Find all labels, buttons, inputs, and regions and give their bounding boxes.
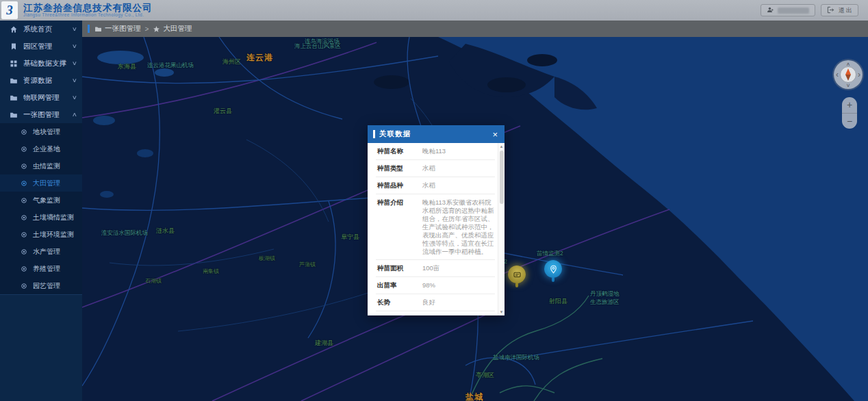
breadcrumb-item-0[interactable]: 一张图管理 [94, 24, 141, 34]
sidebar-subitem[interactable]: 土壤墒情监测 [0, 209, 82, 226]
modal-title: 关联数据 [379, 129, 411, 139]
scroll-up-icon[interactable]: ▲ [500, 143, 504, 150]
leaf-icon [21, 266, 27, 272]
leaf-icon [21, 283, 27, 289]
breadcrumb-label: 一张图管理 [105, 24, 141, 34]
modal-field-row: 种苗类型水稻 [376, 160, 495, 177]
sidebar-subitem-label: 气象监测 [33, 196, 60, 205]
compass-rotate-right[interactable]: › [858, 70, 860, 79]
compass-needle[interactable] [840, 66, 856, 83]
field-value: 98% [422, 281, 495, 290]
field-value: 晚籼113系安徽省农科院水稻所选育的迟熟中籼新组合，在历年省市区试、生产试验和试… [422, 198, 495, 256]
folder-icon [94, 25, 102, 33]
app-header: 3 江苏叁拾叁信息技术有限公司 Jiangsu Three&three Info… [0, 0, 868, 21]
sidebar-subitem[interactable]: 大田管理 [0, 174, 82, 192]
chevron-down-icon: ∨ [72, 77, 77, 83]
modal-field-row: 出苗率98% [376, 277, 495, 294]
sidebar-subitem[interactable]: 园艺管理 [0, 277, 82, 294]
pin-icon[interactable] [544, 260, 562, 278]
sidebar-subitem-label: 养殖管理 [33, 264, 60, 274]
sidebar-subitem[interactable]: 地块管理 [0, 123, 82, 140]
field-value: 水稻 [422, 164, 495, 173]
sidebar-item-3[interactable]: 资源数据∨ [0, 72, 82, 89]
field-label: 出苗率 [377, 281, 422, 290]
modal-field-row: 种苗品种水稻 [376, 177, 495, 194]
logout-label: 退 出 [838, 6, 852, 15]
sidebar-item-4[interactable]: 物联网管理∨ [0, 89, 82, 106]
leaf-icon [21, 163, 27, 170]
modal-scrollbar[interactable]: ▲ ▼ [498, 143, 505, 315]
home-icon [10, 25, 18, 34]
sidebar-subitem-label: 虫情监测 [33, 161, 60, 171]
sidebar-item-2[interactable]: 基础数据支撑∨ [0, 55, 82, 72]
sidebar-subitem[interactable]: 土壤环境监测 [0, 226, 82, 243]
device-icon[interactable] [508, 266, 526, 283]
sidebar-subitem[interactable]: 气象监测 [0, 192, 82, 209]
map-canvas[interactable]: 连云港盐城东海县海州区灌云县涟水县阜宁县建湖县亭湖区射阳县板湖镇南集镇芦蒲镇石湖… [82, 37, 868, 401]
chevron-down-icon: ∨ [72, 60, 77, 66]
field-label: 种苗面积 [377, 264, 422, 273]
field-label: 种苗名称 [377, 147, 422, 156]
logout-button[interactable]: 退 出 [821, 4, 858, 16]
exit-icon [827, 6, 834, 15]
zoom-in-button[interactable]: + [842, 97, 857, 114]
folder-icon [10, 77, 18, 85]
zoom-out-button[interactable]: − [842, 114, 857, 129]
leaf-icon [21, 231, 27, 238]
user-chip[interactable] [761, 4, 815, 16]
modal-field-row: 种苗面积100亩 [376, 260, 495, 277]
field-label: 长势 [377, 298, 422, 307]
modal-field-row: 栽植密度1.2万株/亩 [376, 311, 495, 315]
chevron-up-icon: ∧ [72, 112, 77, 118]
compass-south-tick: ∨ [846, 83, 851, 88]
sidebar-subitem-label: 水产管理 [33, 247, 60, 257]
sidebar-item-label: 物联网管理 [23, 93, 73, 103]
modal-body: 种苗名称晚籼113种苗类型水稻种苗品种水稻种苗介绍晚籼113系安徽省农科院水稻所… [368, 143, 505, 315]
breadcrumb-bar: 一张图管理>大田管理 [82, 21, 868, 37]
sidebar-item-label: 基础数据支撑 [23, 59, 73, 68]
sidebar-subitem-label: 土壤环境监测 [33, 230, 74, 240]
sidebar-item-5[interactable]: 一张图管理∧ [0, 106, 82, 123]
sidebar-item-1[interactable]: 园区管理∨ [0, 38, 82, 55]
sidebar-subitem[interactable]: 养殖管理 [0, 260, 82, 277]
leaf-icon [21, 248, 27, 255]
modal-field-row: 种苗名称晚籼113 [376, 143, 495, 160]
folder-icon [10, 111, 18, 119]
leaf-icon [21, 214, 27, 221]
scroll-down-icon[interactable]: ▼ [500, 309, 504, 315]
breadcrumb-separator: > [145, 25, 149, 33]
user-icon [767, 6, 774, 15]
modal-field-row: 种苗介绍晚籼113系安徽省农科院水稻所选育的迟熟中籼新组合，在历年省市区试、生产… [376, 194, 495, 260]
related-data-modal: 关联数据 × 种苗名称晚籼113种苗类型水稻种苗品种水稻种苗介绍晚籼113系安徽… [368, 125, 505, 315]
modal-field-row: 长势良好 [376, 294, 495, 311]
grid-icon [10, 60, 18, 68]
sidebar-subitem-label: 园艺管理 [33, 281, 60, 291]
sidebar-item-label: 园区管理 [23, 42, 73, 51]
field-label: 种苗介绍 [377, 198, 422, 256]
folder-icon [10, 94, 18, 102]
breadcrumb-item-1[interactable]: 大田管理 [153, 24, 192, 34]
app-root: 3 江苏叁拾叁信息技术有限公司 Jiangsu Three&three Info… [0, 0, 868, 401]
compass-rotate-left[interactable]: ‹ [836, 70, 839, 79]
header-actions: 退 出 [761, 4, 858, 16]
sidebar-subitem[interactable]: 企业基地 [0, 140, 82, 157]
sidebar-subitem[interactable]: 水产管理 [0, 243, 82, 260]
bookmark-icon [10, 42, 18, 51]
sidebar-item-label: 资源数据 [23, 76, 73, 86]
field-value: 晚籼113 [422, 147, 495, 156]
modal-close-icon[interactable]: × [491, 130, 499, 139]
sidebar-submenu: 地块管理企业基地虫情监测大田管理气象监测土壤墒情监测土壤环境监测水产管理养殖管理… [0, 123, 82, 295]
sidebar-item-label: 系统首页 [23, 25, 73, 34]
map-zoom-control: + − [842, 97, 857, 129]
sidebar-item-0[interactable]: 系统首页∨ [0, 21, 82, 38]
chevron-down-icon: ∨ [72, 26, 77, 32]
field-label: 种苗类型 [377, 164, 422, 173]
company-logo: 3 [1, 1, 18, 19]
chevron-down-icon: ∨ [72, 94, 77, 101]
company-name-en: Jiangsu Three&three Information Technolo… [23, 13, 153, 18]
map-compass-control[interactable]: ∧ ∨ ‹ › [834, 60, 863, 89]
sidebar: 系统首页∨园区管理∨基础数据支撑∨资源数据∨物联网管理∨一张图管理∧地块管理企业… [0, 21, 82, 401]
sidebar-menu: 系统首页∨园区管理∨基础数据支撑∨资源数据∨物联网管理∨一张图管理∧地块管理企业… [0, 21, 82, 295]
sidebar-subitem[interactable]: 虫情监测 [0, 157, 82, 174]
scrollbar-thumb[interactable] [500, 151, 504, 204]
